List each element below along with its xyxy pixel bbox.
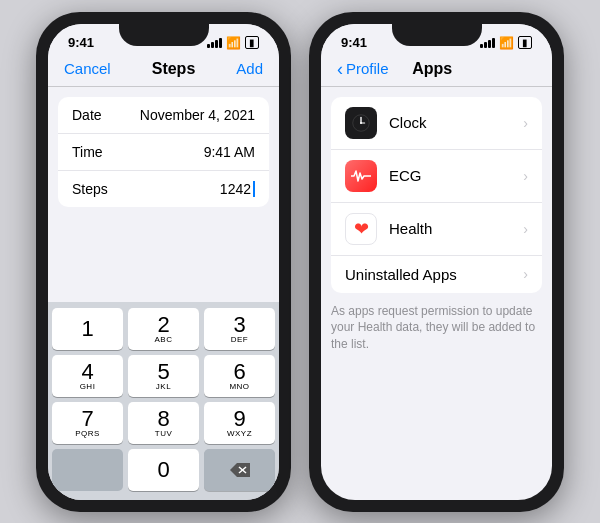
key-7[interactable]: 7 PQRS [52, 402, 123, 444]
nav-title-1: Steps [152, 60, 196, 78]
notch2 [392, 24, 482, 46]
key-4[interactable]: 4 GHI [52, 355, 123, 397]
status-time-2: 9:41 [341, 35, 367, 50]
health-app-name: Health [389, 220, 511, 237]
key-6[interactable]: 6 MNO [204, 355, 275, 397]
key-0[interactable]: 0 [128, 449, 199, 491]
key-row-3: 7 PQRS 8 TUV 9 WXYZ [52, 402, 275, 444]
nav-title-2: Apps [412, 60, 452, 78]
key-9[interactable]: 9 WXYZ [204, 402, 275, 444]
app-list: Clock › ECG › ❤ Health › [331, 97, 542, 293]
add-button[interactable]: Add [236, 60, 263, 77]
app-row-clock[interactable]: Clock › [331, 97, 542, 150]
screen1: 9:41 📶 ▮ Cancel Steps Add Date Nov [48, 24, 279, 500]
uninstalled-app-name: Uninstalled Apps [345, 266, 511, 283]
wifi-icon-2: 📶 [499, 36, 514, 50]
key-1[interactable]: 1 [52, 308, 123, 350]
signal-icon-2 [480, 38, 495, 48]
ecg-svg [351, 169, 371, 183]
signal-bar-1 [207, 44, 210, 48]
key-row-1: 1 2 ABC 3 DEF [52, 308, 275, 350]
date-value: November 4, 2021 [140, 107, 255, 123]
uninstalled-chevron-icon: › [523, 266, 528, 282]
key-blank [52, 449, 123, 491]
key-delete[interactable] [204, 449, 275, 491]
ecg-app-name: ECG [389, 167, 511, 184]
screen2: 9:41 📶 ▮ ‹ Profile Apps [321, 24, 552, 500]
status-icons-2: 📶 ▮ [480, 36, 532, 50]
status-time-1: 9:41 [68, 35, 94, 50]
phone2: 9:41 📶 ▮ ‹ Profile Apps [309, 12, 564, 512]
form-row-date: Date November 4, 2021 [58, 97, 269, 134]
info-text: As apps request permission to update you… [331, 303, 542, 353]
form-section: Date November 4, 2021 Time 9:41 AM Steps… [58, 97, 269, 207]
clock-chevron-icon: › [523, 115, 528, 131]
key-8[interactable]: 8 TUV [128, 402, 199, 444]
time-value: 9:41 AM [204, 144, 255, 160]
heart-icon: ❤ [354, 220, 369, 238]
notch [119, 24, 209, 46]
signal-bar-2-2 [484, 42, 487, 48]
phone1: 9:41 📶 ▮ Cancel Steps Add Date Nov [36, 12, 291, 512]
ecg-chevron-icon: › [523, 168, 528, 184]
form-row-time: Time 9:41 AM [58, 134, 269, 171]
signal-bar-2-3 [488, 40, 491, 48]
key-5[interactable]: 5 JKL [128, 355, 199, 397]
key-row-4: 0 [52, 449, 275, 491]
steps-input[interactable]: 1242 [220, 181, 255, 197]
signal-bar-2-4 [492, 38, 495, 48]
signal-bar-4 [219, 38, 222, 48]
ecg-app-icon [345, 160, 377, 192]
signal-bar-3 [215, 40, 218, 48]
signal-bar-2 [211, 42, 214, 48]
app-row-health[interactable]: ❤ Health › [331, 203, 542, 256]
key-3[interactable]: 3 DEF [204, 308, 275, 350]
chevron-left-icon: ‹ [337, 60, 343, 78]
delete-icon [229, 462, 251, 478]
cancel-button[interactable]: Cancel [64, 60, 111, 77]
form-row-steps: Steps 1242 [58, 171, 269, 207]
battery-icon-2: ▮ [518, 36, 532, 49]
signal-bar-2-1 [480, 44, 483, 48]
nav-bar-1: Cancel Steps Add [48, 56, 279, 87]
battery-icon: ▮ [245, 36, 259, 49]
back-button[interactable]: ‹ Profile [337, 60, 389, 78]
app-row-uninstalled[interactable]: Uninstalled Apps › [331, 256, 542, 293]
steps-label: Steps [72, 181, 108, 197]
back-label: Profile [346, 60, 389, 77]
key-2[interactable]: 2 ABC [128, 308, 199, 350]
date-label: Date [72, 107, 102, 123]
numeric-keyboard: 1 2 ABC 3 DEF 4 GHI 5 [48, 302, 279, 500]
time-label: Time [72, 144, 103, 160]
key-row-2: 4 GHI 5 JKL 6 MNO [52, 355, 275, 397]
clock-app-icon [345, 107, 377, 139]
clock-svg [350, 112, 372, 134]
status-icons-1: 📶 ▮ [207, 36, 259, 50]
app-row-ecg[interactable]: ECG › [331, 150, 542, 203]
svg-point-6 [360, 122, 362, 124]
health-chevron-icon: › [523, 221, 528, 237]
health-app-icon: ❤ [345, 213, 377, 245]
spacer [48, 207, 279, 302]
wifi-icon: 📶 [226, 36, 241, 50]
clock-app-name: Clock [389, 114, 511, 131]
nav-bar-2: ‹ Profile Apps [321, 56, 552, 87]
signal-icon [207, 38, 222, 48]
